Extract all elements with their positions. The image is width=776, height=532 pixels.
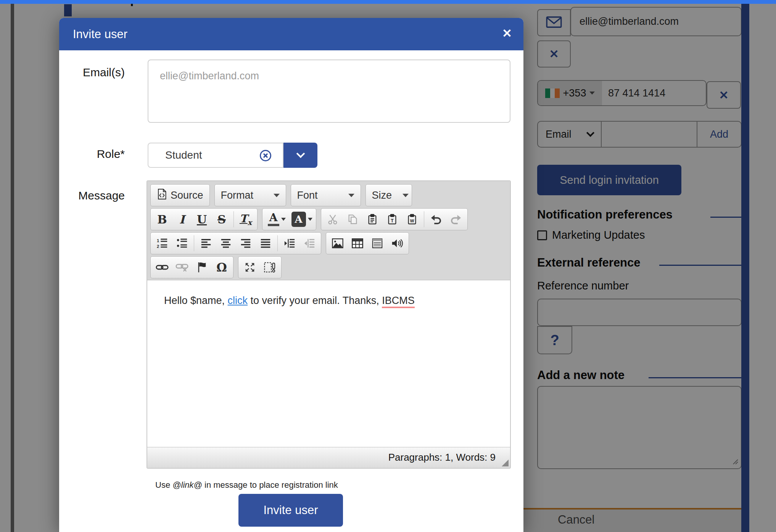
editor-toolbar: Source Format Font Size B xyxy=(147,181,510,280)
toolbar-separator xyxy=(424,211,424,227)
registration-link-hint: Use @link@ in message to place registrat… xyxy=(155,480,338,490)
toolbar-separator xyxy=(194,235,194,251)
text-color-button[interactable]: A xyxy=(264,209,289,229)
caret-down-icon xyxy=(274,194,280,197)
editor-content[interactable]: Hello $name, click to verify your email.… xyxy=(147,280,510,447)
message-link[interactable]: click xyxy=(228,295,248,306)
insert-link-icon[interactable] xyxy=(152,257,172,277)
insert-iframe-icon[interactable] xyxy=(367,233,387,253)
copy-icon[interactable] xyxy=(343,209,362,229)
paste-plain-text-icon[interactable]: T xyxy=(382,209,402,229)
role-label: Role* xyxy=(59,148,125,161)
maximize-icon[interactable] xyxy=(240,257,260,277)
link-token: @link@ xyxy=(172,480,202,490)
emails-label: Email(s) xyxy=(59,66,125,79)
editor-status-bar: Paragraphs: 1, Words: 9 xyxy=(147,447,510,468)
caret-down-icon xyxy=(281,218,286,221)
insert-table-icon[interactable] xyxy=(348,233,367,253)
align-left-icon[interactable] xyxy=(196,233,216,253)
background-color-button[interactable]: A xyxy=(289,209,314,229)
undo-icon[interactable] xyxy=(426,209,446,229)
message-text: Hello $name, xyxy=(164,295,228,306)
insert-image-icon[interactable] xyxy=(328,233,348,253)
numbered-list-icon[interactable]: 1 2 xyxy=(152,233,172,253)
align-right-icon[interactable] xyxy=(236,233,256,253)
invite-user-dialog: Invite user ✕ Email(s) Role* Student Mes… xyxy=(59,18,523,532)
message-brand: IBCMS xyxy=(382,295,415,308)
italic-button[interactable]: I xyxy=(172,209,192,229)
paste-from-word-icon[interactable]: W xyxy=(402,209,422,229)
underline-button[interactable]: U xyxy=(192,209,212,229)
remove-link-icon[interactable] xyxy=(172,257,192,277)
chevron-down-icon xyxy=(296,149,305,158)
close-icon[interactable]: ✕ xyxy=(502,18,512,49)
emails-input[interactable] xyxy=(148,59,510,123)
source-button[interactable]: Source xyxy=(152,185,208,205)
message-text: to verify your email. Thanks, xyxy=(248,295,382,306)
paste-icon[interactable] xyxy=(362,209,382,229)
svg-text:W: W xyxy=(410,219,414,223)
dialog-title: Invite user xyxy=(73,18,127,50)
cut-icon[interactable] xyxy=(323,209,343,229)
redo-icon[interactable] xyxy=(446,209,466,229)
show-blocks-icon[interactable] xyxy=(260,257,280,277)
role-dropdown-button[interactable] xyxy=(283,143,317,168)
clear-role-icon[interactable] xyxy=(259,149,272,162)
special-character-icon[interactable]: Ω xyxy=(212,257,232,277)
decrease-indent-icon[interactable] xyxy=(299,233,319,253)
remove-format-button[interactable]: Tx xyxy=(236,209,256,229)
role-value: Student xyxy=(165,143,202,167)
justify-icon[interactable] xyxy=(256,233,275,253)
toolbar-separator xyxy=(233,211,234,227)
strikethrough-button[interactable]: S xyxy=(212,209,232,229)
format-dropdown[interactable]: Format xyxy=(214,184,286,206)
source-icon xyxy=(157,188,167,203)
caret-down-icon xyxy=(348,194,354,197)
word-count: Paragraphs: 1, Words: 9 xyxy=(388,452,496,463)
size-dropdown[interactable]: Size xyxy=(365,184,412,206)
svg-text:T: T xyxy=(391,218,394,223)
dialog-header: Invite user ✕ xyxy=(59,18,523,50)
caret-down-icon xyxy=(308,218,312,221)
bold-button[interactable]: B xyxy=(152,209,172,229)
insert-audio-icon[interactable] xyxy=(387,233,407,253)
message-editor: Source Format Font Size B xyxy=(147,180,511,469)
caret-down-icon xyxy=(402,194,409,197)
svg-text:1: 1 xyxy=(157,238,159,243)
increase-indent-icon[interactable] xyxy=(280,233,299,253)
align-center-icon[interactable] xyxy=(216,233,236,253)
anchor-flag-icon[interactable] xyxy=(192,257,212,277)
bulleted-list-icon[interactable] xyxy=(172,233,192,253)
top-accent-bar xyxy=(0,0,776,4)
svg-text:2: 2 xyxy=(157,244,159,249)
role-select[interactable]: Student xyxy=(148,143,283,168)
font-dropdown[interactable]: Font xyxy=(291,184,361,206)
message-label: Message xyxy=(59,189,125,202)
invite-user-button[interactable]: Invite user xyxy=(238,494,343,527)
toolbar-separator xyxy=(277,235,278,251)
